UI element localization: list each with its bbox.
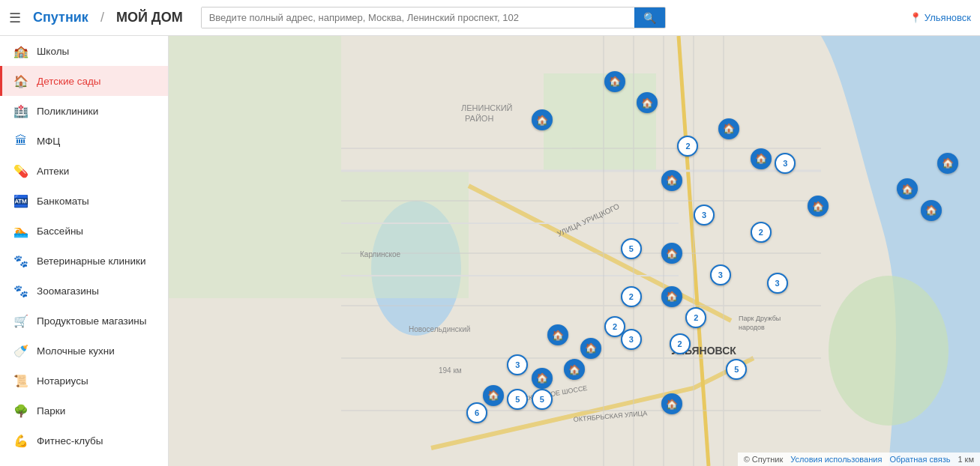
map-marker-2[interactable]: 🏠 (532, 109, 553, 130)
sidebar-label-atms: Банкоматы (37, 196, 157, 207)
sidebar-item-parks[interactable]: 🌳 Парки (0, 396, 168, 426)
map-marker-13[interactable]: 3 (710, 264, 731, 285)
map-marker-27[interactable]: 5 (507, 389, 528, 410)
map-marker-1[interactable]: 🏠 (637, 92, 658, 113)
sidebar-item-pharmacies[interactable]: 💊 Аптеки (0, 156, 168, 186)
map-marker-20[interactable]: 2 (670, 333, 691, 354)
marker-pin-16: 🏠 (661, 286, 682, 307)
sidebar-label-milk_kitchen: Молочные кухни (37, 345, 157, 357)
marker-pin-30: 🏠 (661, 393, 682, 414)
map-marker-29[interactable]: 6 (466, 402, 487, 423)
marker-pin-29: 6 (466, 402, 487, 423)
sidebar-item-atms[interactable]: 🏧 Банкоматы (0, 186, 168, 216)
breadcrumb-separator: / (100, 10, 104, 25)
marker-pin-1: 🏠 (637, 92, 658, 113)
marker-pin-34: 🏠 (937, 153, 958, 174)
map-marker-21[interactable]: 🏠 (547, 324, 568, 345)
sidebar-item-mfc[interactable]: 🏛 МФЦ (0, 126, 168, 156)
search-button[interactable]: 🔍 (634, 7, 665, 28)
notary-icon: 📜 (13, 372, 29, 389)
location-selector[interactable]: 📍 Ульяновск (910, 12, 971, 23)
map-marker-0[interactable]: 🏠 (604, 71, 625, 92)
terms-link[interactable]: Условия использования (790, 455, 882, 464)
marker-pin-15: 2 (621, 286, 642, 307)
sidebar-item-notary[interactable]: 📜 Нотариусы (0, 366, 168, 396)
location-pin-icon: 📍 (910, 12, 922, 23)
pools-icon: 🏊 (13, 223, 29, 239)
kindergartens-icon: 🏠 (13, 73, 29, 89)
sidebar-item-grocery[interactable]: 🛒 Продуктовые магазины (0, 306, 168, 336)
atms-icon: 🏧 (13, 193, 29, 209)
map-marker-24[interactable]: 3 (507, 354, 528, 375)
marker-pin-6: 🏠 (661, 170, 682, 191)
sidebar-label-parks: Парки (37, 405, 157, 417)
map-marker-8[interactable]: 🏠 (808, 196, 829, 217)
search-input[interactable] (202, 7, 634, 28)
map-marker-4[interactable]: 🏠 (718, 118, 739, 139)
location-label: Ульяновск (925, 12, 971, 23)
marker-pin-33: 🏠 (921, 200, 942, 221)
sidebar-item-pools[interactable]: 🏊 Бассейны (0, 216, 168, 246)
map-marker-33[interactable]: 🏠 (921, 200, 942, 221)
main-content: 🏫 Школы 🏠 Детские сады 🏥 Поликлиники 🏛 М… (0, 36, 980, 466)
copyright: © Спутник (744, 455, 784, 464)
map-marker-31[interactable]: 5 (726, 359, 747, 380)
sidebar-item-kindergartens[interactable]: 🏠 Детские сады (0, 66, 168, 96)
map-marker-6[interactable]: 🏠 (661, 170, 682, 191)
marker-pin-32: 🏠 (897, 178, 918, 199)
marker-pin-0: 🏠 (604, 71, 625, 92)
marker-pin-9: 3 (694, 205, 715, 226)
grocery-icon: 🛒 (13, 312, 29, 329)
menu-icon[interactable]: ☰ (9, 10, 21, 26)
marker-pin-20: 2 (670, 333, 691, 354)
marker-pin-4: 🏠 (718, 118, 739, 139)
map-marker-10[interactable]: 2 (751, 222, 772, 243)
sidebar-item-vet[interactable]: 🐾 Ветеринарные клиники (0, 246, 168, 276)
marker-pin-19: 3 (621, 329, 642, 350)
marker-pin-2: 🏠 (532, 109, 553, 130)
map-marker-7[interactable]: 3 (775, 153, 796, 174)
map-marker-19[interactable]: 3 (621, 329, 642, 350)
map-marker-22[interactable]: 🏠 (580, 338, 601, 359)
marker-pin-12: 🏠 (661, 243, 682, 264)
map-marker-23[interactable]: 🏠 (564, 359, 585, 380)
sidebar-label-clinics: Поликлиники (37, 106, 157, 117)
marker-pin-17: 2 (685, 307, 706, 328)
sidebar-label-kindergartens: Детские сады (37, 76, 157, 87)
sidebar-item-fitness[interactable]: 💪 Фитнес-клубы (0, 426, 168, 456)
map-marker-11[interactable]: 5 (621, 238, 642, 259)
map-marker-25[interactable]: 🏠 (532, 368, 553, 389)
map-marker-32[interactable]: 🏠 (897, 178, 918, 199)
marker-pin-25: 🏠 (532, 368, 553, 389)
marker-pin-22: 🏠 (580, 338, 601, 359)
sidebar-item-pet_shops[interactable]: 🐾 Зоомагазины (0, 276, 168, 306)
map-marker-16[interactable]: 🏠 (661, 286, 682, 307)
map-marker-5[interactable]: 🏠 (751, 148, 772, 169)
map-marker-30[interactable]: 🏠 (661, 393, 682, 414)
map-marker-14[interactable]: 3 (767, 273, 788, 294)
map-marker-15[interactable]: 2 (621, 286, 642, 307)
marker-pin-24: 3 (507, 354, 528, 375)
sidebar-label-mfc: МФЦ (37, 136, 157, 147)
marker-pin-3: 2 (677, 136, 698, 157)
sidebar-item-clinics[interactable]: 🏥 Поликлиники (0, 96, 168, 126)
sidebar-label-notary: Нотариусы (37, 375, 157, 387)
map-container: ЛЕНИНСКИЙ РАЙОН УЛИЦА УРИЦКОГО Карлинско… (169, 36, 980, 466)
marker-pin-13: 3 (710, 264, 731, 285)
sidebar-item-milk_kitchen[interactable]: 🍼 Молочные кухни (0, 336, 168, 366)
map-marker-28[interactable]: 5 (532, 389, 553, 410)
feedback-link[interactable]: Обратная связь (889, 455, 950, 464)
map-marker-34[interactable]: 🏠 (937, 153, 958, 174)
map-marker-9[interactable]: 3 (694, 205, 715, 226)
map-marker-12[interactable]: 🏠 (661, 243, 682, 264)
marker-pin-11: 5 (621, 238, 642, 259)
map-marker-17[interactable]: 2 (685, 307, 706, 328)
map-footer: © Спутник Условия использования Обратная… (738, 453, 980, 466)
marker-pin-5: 🏠 (751, 148, 772, 169)
sidebar-item-schools[interactable]: 🏫 Школы (0, 36, 168, 66)
marker-pin-23: 🏠 (564, 359, 585, 380)
map-marker-3[interactable]: 2 (677, 136, 698, 157)
parks-icon: 🌳 (13, 402, 29, 419)
marker-pin-27: 5 (507, 389, 528, 410)
sidebar-label-pet_shops: Зоомагазины (37, 285, 157, 297)
